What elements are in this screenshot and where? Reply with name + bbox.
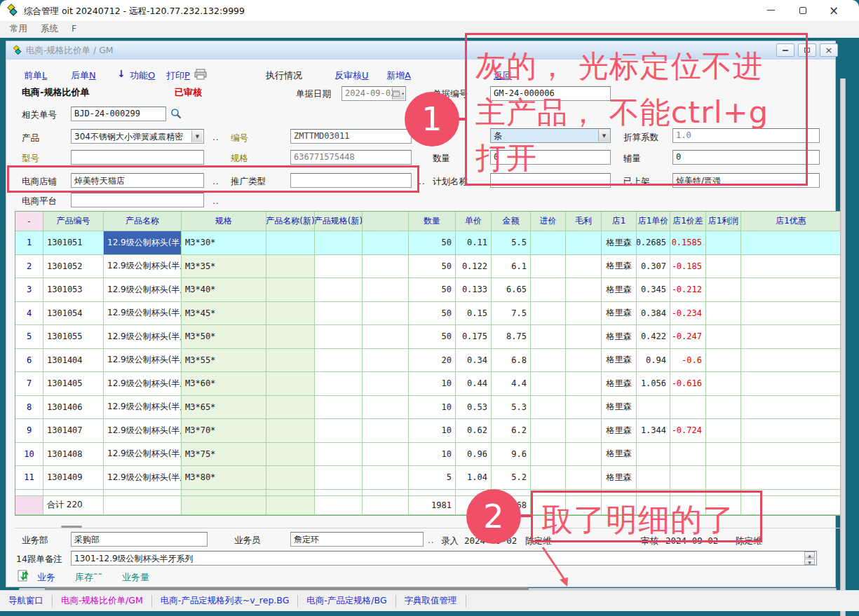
grid-cell-spec[interactable]: M3*50*	[182, 325, 266, 349]
grid-cell-profit[interactable]	[566, 231, 602, 255]
grid-cell-spec_new[interactable]	[315, 302, 363, 326]
grid-cell-spec[interactable]: M3*80*	[182, 466, 266, 490]
grid-header-s1disc[interactable]: 店1优惠	[741, 212, 841, 231]
grid-cell-s1profit[interactable]	[706, 396, 741, 420]
grid-cell-profit[interactable]	[566, 325, 602, 349]
table-row[interactable]: 11130140912.9级公制杯头(半牙)M3*80*51.045.2格里森	[15, 466, 840, 490]
grid-cell-code[interactable]: 1301052	[43, 255, 104, 279]
grid-cell-shop1[interactable]: 格里森	[602, 255, 637, 279]
grid-cell-name_new[interactable]	[266, 325, 315, 349]
grid-cell-cost[interactable]	[531, 419, 566, 443]
grid-cell-name[interactable]: 12.9级公制杯头(半牙)	[104, 231, 182, 255]
grid-cell-amount[interactable]: 5.5	[492, 231, 531, 255]
grid-cell-shop1[interactable]: 格里森	[602, 302, 637, 326]
grid-cell-blank[interactable]	[363, 302, 409, 326]
grid-cell-s1price[interactable]: 0.2685	[637, 231, 670, 255]
grid-cell-qty[interactable]: 50	[409, 278, 456, 302]
grid-cell-amount[interactable]: 9.6	[492, 443, 531, 467]
grid-cell-name[interactable]: 12.9级公制杯头(半牙)	[104, 325, 182, 349]
grid-cell-code[interactable]: 1301405	[43, 372, 104, 396]
grid-cell-code[interactable]: 1301404	[43, 349, 104, 373]
grid-cell-s1profit[interactable]	[706, 231, 741, 255]
grid-cell-name_new[interactable]	[266, 419, 315, 443]
grid-cell-s1profit[interactable]	[706, 443, 741, 467]
refresh-icon[interactable]	[18, 570, 29, 582]
grid-cell-name[interactable]: 12.9级公制杯头(半牙)	[104, 255, 182, 279]
grid-cell-name_new[interactable]	[266, 349, 315, 373]
grid-cell-s1disc[interactable]	[741, 396, 841, 420]
grid-cell-qty[interactable]: 10	[409, 372, 456, 396]
grid-header-spec[interactable]: 规格	[182, 212, 266, 231]
grid-cell-name_new[interactable]	[266, 278, 315, 302]
grid-header-s1profit[interactable]: 店1利润	[706, 212, 741, 231]
grid-cell-amount[interactable]: 5.3	[492, 396, 531, 420]
grid-cell-s1diff[interactable]	[670, 466, 706, 490]
grid-cell-name[interactable]: 12.9级公制杯头(半牙)	[104, 396, 182, 420]
grid-cell-profit[interactable]	[566, 443, 602, 467]
grid-cell-blank[interactable]	[363, 278, 409, 302]
grid-cell-no[interactable]: 1	[15, 231, 43, 255]
table-row[interactable]: 7130140512.9级公制杯头(半牙)M3*60*100.444.4格里森1…	[15, 372, 840, 396]
grid-cell-profit[interactable]	[566, 419, 602, 443]
platform-lookup-dots[interactable]: ..	[212, 196, 219, 206]
table-row[interactable]: 8130140612.9级公制杯头(半牙)M3*65*100.535.3格里森	[15, 396, 840, 420]
grid-cell-qty[interactable]: 10	[409, 419, 456, 443]
v-scrollbar[interactable]	[840, 78, 846, 616]
related-bill-field[interactable]: BJD-24-000299	[71, 107, 166, 121]
grid-cell-name_new[interactable]	[266, 396, 315, 420]
grid-cell-s1disc[interactable]	[741, 466, 841, 490]
grid-cell-cost[interactable]	[531, 396, 566, 420]
product-lookup-dots[interactable]: ..	[212, 132, 219, 142]
grid-cell-code[interactable]: 1301051	[43, 231, 104, 255]
grid-cell-s1profit[interactable]	[706, 302, 741, 326]
grid-cell-spec[interactable]	[182, 490, 266, 496]
add-new-button[interactable]: 新增A	[386, 69, 411, 82]
grid-cell-price[interactable]: 0.53	[456, 396, 492, 420]
grid-cell-code[interactable]: 1301406	[43, 396, 104, 420]
grid-cell-amount[interactable]: 6.2	[492, 419, 531, 443]
statusbar-tab-4[interactable]: 字典取值管理	[396, 595, 466, 607]
grid-cell-code[interactable]	[43, 490, 104, 496]
grid-cell-code[interactable]: 1301054	[43, 302, 104, 326]
grid-cell-shop1[interactable]: 格里森	[602, 349, 637, 373]
printer-icon[interactable]	[194, 69, 207, 80]
model-field[interactable]	[71, 150, 204, 165]
grid-cell-no[interactable]	[15, 490, 43, 496]
note-field[interactable]: 1301-12.9级公制杯头半牙系列	[71, 551, 817, 566]
grid-cell-amount[interactable]: 8.75	[492, 325, 531, 349]
grid-cell-s1profit[interactable]	[706, 278, 741, 302]
grid-cell-name[interactable]: 12.9级公制杯头(半牙)	[104, 443, 182, 467]
grid-cell-name[interactable]: 12.9级公制杯头(半牙)	[104, 419, 182, 443]
grid-cell-spec_new[interactable]	[315, 443, 363, 467]
grid-cell-name_new[interactable]	[266, 302, 315, 326]
grid-cell-s1diff[interactable]: -0.616	[670, 372, 706, 396]
grid-cell-spec_new[interactable]	[315, 349, 363, 373]
grid-header-price[interactable]: 单价	[456, 212, 492, 231]
spinner-down-icon[interactable]: ▼	[804, 559, 815, 565]
grid-cell-spec_new[interactable]	[315, 372, 363, 396]
grid-cell-name_new[interactable]	[266, 443, 315, 467]
grid-cell-cost[interactable]	[531, 466, 566, 490]
grid-cell-spec_new[interactable]	[315, 325, 363, 349]
grid-cell-amount[interactable]: 4.4	[492, 372, 531, 396]
grid-cell-no[interactable]: 10	[15, 443, 43, 467]
grid-header-qty[interactable]: 数量	[409, 212, 456, 231]
grid-cell-no[interactable]: 11	[15, 466, 43, 490]
grid-cell-s1price[interactable]: 0.94	[637, 349, 670, 373]
grid-cell-no[interactable]: 9	[15, 419, 43, 443]
grid-cell-price[interactable]: 0.62	[456, 419, 492, 443]
grid-header-name[interactable]: 产品名称	[104, 212, 182, 231]
statusbar-tab-0[interactable]: 导航窗口	[0, 595, 52, 607]
grid-cell-spec[interactable]: M3*55*	[182, 349, 266, 373]
grid-cell-s1price[interactable]	[637, 396, 670, 420]
grid-header-blank[interactable]	[363, 212, 409, 231]
grid-cell-spec_new[interactable]	[315, 278, 363, 302]
statusbar-tab-1[interactable]: 电商-规格比价单/GM	[53, 595, 151, 607]
grid-cell-price[interactable]: 0.34	[456, 349, 492, 373]
grid-cell-s1price[interactable]: 0.422	[637, 325, 670, 349]
grid-cell-profit[interactable]	[566, 278, 602, 302]
grid-cell-name[interactable]: 12.9级公制杯头(半牙)	[104, 278, 182, 302]
view-tab-2[interactable]: 业务量	[122, 571, 149, 584]
menu-item-1[interactable]: 系统	[41, 23, 58, 35]
grid-cell-code[interactable]: 1301409	[43, 466, 104, 490]
